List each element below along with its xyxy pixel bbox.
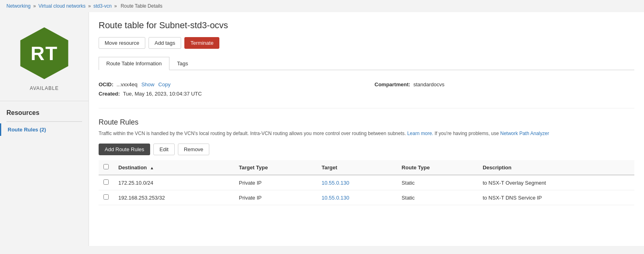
- col-route-type: Route Type: [397, 160, 478, 175]
- terminate-button[interactable]: Terminate: [184, 37, 219, 49]
- route-rules-link[interactable]: Route Rules (2): [8, 127, 46, 133]
- row2-checkbox-cell: [99, 190, 114, 205]
- col-target-type: Target Type: [234, 160, 317, 175]
- resource-icon-area: RT AVAILABLE: [0, 19, 89, 98]
- info-col-right: Compartment: standardocvs: [375, 81, 635, 100]
- ocid-label: OCID:: [99, 81, 114, 87]
- row1-target-link[interactable]: 10.55.0.130: [322, 180, 349, 186]
- learn-more-link[interactable]: Learn more.: [407, 131, 433, 136]
- ocid-row: OCID: ...vxx4eq Show Copy: [99, 81, 359, 87]
- created-label: Created:: [99, 91, 120, 97]
- row2-checkbox[interactable]: [103, 194, 109, 200]
- resources-title: Resources: [0, 101, 89, 120]
- route-rules-table: Destination ▲ Target Type Target Route T…: [99, 160, 634, 205]
- row2-description: to NSX-T DNS Service IP: [478, 190, 634, 205]
- compartment-value: standardocvs: [413, 81, 444, 87]
- row1-checkbox-cell: [99, 175, 114, 190]
- breadcrumb-current: Route Table Details: [121, 3, 163, 9]
- sidebar: RT AVAILABLE Resources Route Rules (2): [0, 12, 89, 246]
- move-resource-button[interactable]: Move resource: [99, 37, 145, 49]
- edit-button[interactable]: Edit: [153, 144, 174, 155]
- table-body: 172.25.10.0/24 Private IP 10.55.0.130 St…: [99, 175, 634, 205]
- info-section: OCID: ...vxx4eq Show Copy Created: Tue, …: [99, 77, 634, 108]
- info-col-left: OCID: ...vxx4eq Show Copy Created: Tue, …: [99, 81, 359, 100]
- row1-route-type: Static: [397, 175, 478, 190]
- table-row: 172.25.10.0/24 Private IP 10.55.0.130 St…: [99, 175, 634, 190]
- col-destination[interactable]: Destination ▲: [114, 160, 234, 175]
- main-content: Route table for Subnet-std3-ocvs Move re…: [89, 12, 644, 246]
- row2-target-link[interactable]: 10.55.0.130: [322, 195, 349, 201]
- row1-destination: 172.25.10.0/24: [114, 175, 234, 190]
- tabs: Route Table Information Tags: [99, 57, 634, 70]
- created-row: Created: Tue, May 16, 2023, 10:04:37 UTC: [99, 91, 359, 97]
- tab-tags[interactable]: Tags: [169, 57, 196, 70]
- table-row: 192.168.253.253/32 Private IP 10.55.0.13…: [99, 190, 634, 205]
- hex-initials: RT: [31, 42, 58, 65]
- table-controls: Add Route Rules Edit Remove: [99, 144, 634, 155]
- sidebar-divider: [6, 121, 82, 122]
- add-route-rules-button[interactable]: Add Route Rules: [99, 144, 150, 155]
- row2-target: 10.55.0.130: [317, 190, 397, 205]
- col-target: Target: [317, 160, 397, 175]
- row1-checkbox[interactable]: [103, 179, 109, 185]
- breadcrumb-std3vcn[interactable]: std3-vcn: [93, 3, 111, 9]
- route-rules-title: Route Rules: [99, 118, 634, 127]
- problems-text: If you're having problems, use: [435, 131, 500, 136]
- status-label: AVAILABLE: [30, 85, 59, 91]
- row1-description: to NSX-T Overlay Segment: [478, 175, 634, 190]
- route-rules-desc: Traffic within the VCN is handled by the…: [99, 130, 634, 137]
- row2-destination: 192.168.253.253/32: [114, 190, 234, 205]
- sort-icon: ▲: [150, 166, 154, 170]
- ocid-copy-link[interactable]: Copy: [158, 81, 170, 87]
- route-rules-section: Route Rules Traffic within the VCN is ha…: [99, 118, 634, 205]
- col-description: Description: [478, 160, 634, 175]
- row2-route-type: Static: [397, 190, 478, 205]
- ocid-show-link[interactable]: Show: [141, 81, 155, 87]
- header-checkbox-cell: [99, 160, 114, 175]
- page-title: Route table for Subnet-std3-ocvs: [99, 20, 634, 31]
- sidebar-item-route-rules[interactable]: Route Rules (2): [0, 123, 89, 136]
- add-tags-button[interactable]: Add tags: [149, 37, 181, 49]
- breadcrumb: Networking » Virtual cloud networks » st…: [0, 0, 644, 12]
- ocid-value: ...vxx4eq: [116, 81, 137, 87]
- compartment-label: Compartment:: [375, 81, 411, 87]
- action-buttons: Move resource Add tags Terminate: [99, 37, 634, 49]
- breadcrumb-vcn[interactable]: Virtual cloud networks: [38, 3, 85, 9]
- network-path-analyzer-link[interactable]: Network Path Analyzer: [500, 131, 549, 136]
- remove-button[interactable]: Remove: [178, 144, 209, 155]
- tab-route-table-information[interactable]: Route Table Information: [99, 57, 169, 70]
- hex-icon: RT: [16, 25, 72, 81]
- route-rules-desc-text: Traffic within the VCN is handled by the…: [99, 131, 406, 136]
- row1-target-type: Private IP: [234, 175, 317, 190]
- row2-target-type: Private IP: [234, 190, 317, 205]
- row1-target: 10.55.0.130: [317, 175, 397, 190]
- select-all-checkbox[interactable]: [103, 164, 109, 169]
- created-value: Tue, May 16, 2023, 10:04:37 UTC: [123, 91, 202, 97]
- compartment-row: Compartment: standardocvs: [375, 81, 635, 87]
- table-header: Destination ▲ Target Type Target Route T…: [99, 160, 634, 175]
- breadcrumb-networking[interactable]: Networking: [6, 3, 31, 9]
- info-grid: OCID: ...vxx4eq Show Copy Created: Tue, …: [99, 81, 634, 100]
